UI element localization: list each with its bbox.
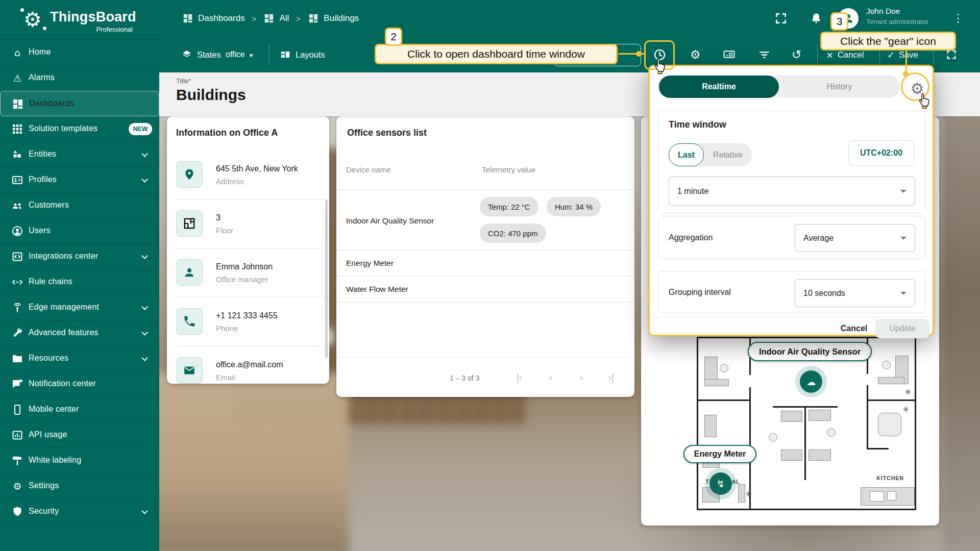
wall	[804, 406, 806, 480]
sidebar-item-solution-templates[interactable]: Solution templates NEW	[0, 116, 159, 142]
telemetry-chip-temp: Temp: 22 °C	[480, 197, 538, 216]
pagination-range: 1 – 3 of 3	[450, 374, 479, 382]
floorplan-label-energy-meter[interactable]: Energy Meter	[683, 445, 756, 463]
plant-icon: ✳	[745, 489, 752, 499]
breadcrumb: Dashboards > All > Buildings	[182, 0, 359, 37]
annotation-dot	[903, 71, 909, 77]
aggregation-value: Average	[803, 234, 834, 243]
sidebar-item-label: White labeling	[29, 456, 81, 465]
logo[interactable]: ⚙ ThingsBoard Professional	[0, 0, 159, 40]
device-name[interactable]: Indoor Air Quality Sensor	[346, 216, 434, 226]
info-label-manager: Office manager	[216, 275, 268, 284]
popup-cancel-button[interactable]: Cancel	[839, 321, 869, 336]
kebab-menu-icon[interactable]: ⋮	[952, 12, 964, 24]
sidebar-item-home[interactable]: ⌂ Home	[0, 40, 159, 65]
sidebar-item-entities[interactable]: Entities	[0, 142, 159, 167]
sidebar-item-mobile-center[interactable]: Mobile center	[0, 397, 159, 422]
last-toggle[interactable]: Last	[669, 143, 704, 166]
device-name[interactable]: Energy Meter	[346, 259, 394, 268]
floorplan-label-air-quality[interactable]: Indoor Air Quality Sensor	[748, 342, 872, 361]
breadcrumb-buildings[interactable]: Buildings	[308, 13, 359, 24]
thingsboard-logo-icon: ⚙	[23, 8, 42, 31]
sidebar-item-profiles[interactable]: Profiles	[0, 167, 159, 193]
solution-templates-icon	[11, 123, 23, 135]
sidebar-item-dashboards[interactable]: Dashboards	[0, 91, 159, 116]
next-page-icon[interactable]: ›	[579, 371, 582, 384]
white-labeling-icon	[11, 455, 23, 467]
photo-cabinet	[151, 372, 349, 551]
home-icon: ⌂	[11, 46, 23, 59]
user-name: John Doe	[866, 7, 900, 16]
chevron-down-icon	[141, 304, 148, 310]
chevron-down-icon	[141, 253, 148, 259]
sidebar-item-alarms[interactable]: ⚠ Alarms	[0, 65, 159, 91]
sidebar-item-users[interactable]: Users	[0, 218, 159, 244]
timezone-button[interactable]: UTC+02:00	[848, 140, 914, 166]
sidebar-item-white-labeling[interactable]: White labeling	[0, 448, 159, 473]
layouts-button[interactable]: Layouts	[280, 37, 325, 72]
relative-toggle[interactable]: Relative	[704, 143, 752, 166]
floor-plan: ✳ ✳ ✳ TECHNICAL ROOM KITCHEN ☁ ↯	[697, 337, 916, 510]
sidebar-item-notification-center[interactable]: Notification center	[0, 371, 159, 397]
hand-cursor-clock	[652, 57, 670, 77]
sidebar-item-resources[interactable]: Resources	[0, 346, 159, 371]
tab-history[interactable]: History	[779, 76, 900, 98]
phone-icon	[176, 308, 203, 335]
breadcrumb-all[interactable]: All	[263, 13, 289, 24]
aggregation-select[interactable]: Average	[795, 224, 915, 252]
sidebar-item-customers[interactable]: Customers	[0, 193, 159, 218]
column-header-telemetry[interactable]: Telemetry value	[482, 165, 535, 174]
caret-down-icon	[900, 292, 906, 295]
aggregation-label: Aggregation	[669, 233, 713, 242]
info-card-scrollbar[interactable]	[325, 200, 328, 358]
fullscreen-icon[interactable]	[774, 12, 788, 27]
divider	[336, 190, 634, 190]
info-label-address: Address	[216, 177, 244, 186]
sidebar-item-settings[interactable]: ⚙ Settings	[0, 473, 159, 499]
states-selector[interactable]: States office ▾	[181, 37, 253, 72]
sidebar-item-edge-management[interactable]: Edge management	[0, 295, 159, 320]
sidebar-item-security[interactable]: Security	[0, 499, 159, 524]
popup-update-button[interactable]: Update	[875, 319, 929, 338]
rule-chains-icon	[11, 276, 23, 288]
plant-icon: ✳	[904, 387, 911, 397]
brand-name: ThingsBoard	[50, 9, 136, 25]
device-name[interactable]: Water Flow Meter	[346, 285, 408, 294]
divider	[176, 199, 329, 199]
hand-cursor-gear	[917, 92, 934, 111]
sidebar: ⚙ ThingsBoard Professional ⌂ Home ⚠ Alar…	[0, 0, 159, 551]
last-page-icon[interactable]: ›|	[608, 371, 614, 384]
info-value-floor: 3	[216, 213, 220, 222]
sidebar-item-rule-chains[interactable]: Rule chains	[0, 269, 159, 295]
dashboard-title-input[interactable]: Buildings	[176, 86, 246, 104]
divider	[817, 44, 818, 65]
grouping-interval-select[interactable]: 10 seconds	[795, 279, 915, 307]
integrations-icon	[11, 251, 23, 263]
gear-glyph: ⚙	[690, 48, 701, 61]
wall	[698, 399, 749, 401]
chair	[827, 428, 836, 437]
interval-select[interactable]: 1 minute	[669, 177, 915, 206]
sidebar-item-label: Users	[29, 226, 51, 235]
sidebar-item-label: Profiles	[29, 175, 57, 184]
sidebar-item-label: Integrations center	[29, 252, 98, 261]
previous-page-icon[interactable]: ‹	[549, 371, 552, 384]
first-page-icon[interactable]: |‹	[516, 371, 522, 384]
column-header-device[interactable]: Device name	[346, 165, 391, 174]
energy-meter-marker[interactable]: ↯	[709, 472, 732, 495]
info-card-title: Information on Office A	[176, 128, 278, 138]
sidebar-item-api-usage[interactable]: API usage	[0, 422, 159, 448]
timewindow-group: Time window Last Relative UTC+02:00 1 mi…	[658, 111, 926, 213]
desk	[704, 415, 717, 437]
notifications-bell-icon[interactable]	[810, 12, 823, 27]
bolt-icon: ↯	[717, 478, 725, 490]
history-glyph: ↺	[792, 48, 801, 61]
tab-realtime[interactable]: Realtime	[659, 76, 779, 98]
air-quality-sensor-marker[interactable]: ☁	[800, 370, 822, 393]
sidebar-item-integrations-center[interactable]: Integrations center	[0, 244, 159, 269]
breadcrumb-dashboards[interactable]: Dashboards	[182, 13, 245, 24]
plant-icon: ✳	[902, 405, 909, 414]
dashboards-icon	[12, 98, 24, 110]
last-relative-toggle: Last Relative	[669, 143, 752, 166]
sidebar-item-advanced-features[interactable]: Advanced features	[0, 320, 159, 346]
